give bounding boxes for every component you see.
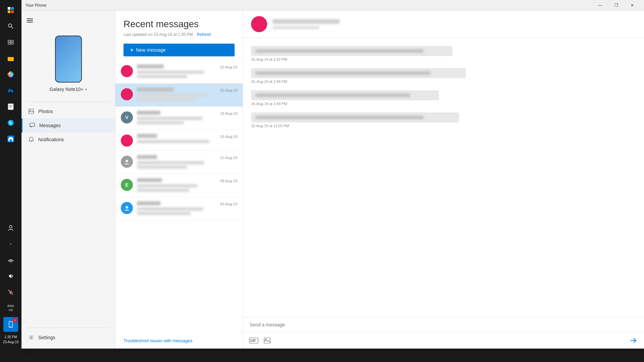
bottom-divider bbox=[27, 327, 110, 328]
phone-dropdown-chevron[interactable]: ▾ bbox=[85, 88, 87, 91]
svg-rect-2 bbox=[8, 40, 10, 42]
message-item[interactable]: V 19-Aug-19 bbox=[115, 107, 243, 130]
your-phone-icon[interactable]: 2 bbox=[3, 317, 18, 332]
skype-icon[interactable]: S bbox=[3, 115, 18, 130]
svg-rect-30 bbox=[30, 123, 35, 126]
contact-name bbox=[137, 155, 157, 159]
message-actions: GIF bbox=[243, 332, 644, 349]
close-button[interactable]: ✕ bbox=[625, 0, 640, 11]
gif-button[interactable]: GIF bbox=[248, 335, 259, 346]
sidebar-item-photos[interactable]: Photos bbox=[21, 104, 115, 118]
message-item[interactable]: 15-Aug-19 bbox=[115, 130, 243, 151]
conversation-message: 16-Aug-19 at 2:48 PM bbox=[251, 68, 636, 84]
message-content: 22-Aug-19 bbox=[137, 88, 237, 102]
people-icon[interactable] bbox=[3, 220, 18, 235]
nav-divider bbox=[27, 101, 110, 102]
windows-logo-icon bbox=[8, 7, 14, 13]
message-bubble bbox=[251, 112, 459, 122]
conversation-footer: GIF bbox=[243, 317, 644, 349]
svg-rect-7 bbox=[8, 57, 10, 58]
language-indicator[interactable]: ENG US bbox=[3, 301, 18, 316]
nav-panel: Galaxy Note10+ ▾ Photos bbox=[21, 11, 115, 349]
phone-image bbox=[55, 36, 82, 83]
notifications-label: Notifications bbox=[38, 137, 64, 142]
language-text: ENG US bbox=[7, 304, 14, 312]
contact-name bbox=[137, 134, 157, 138]
minimize-button[interactable]: — bbox=[592, 0, 608, 11]
volume-icon[interactable] bbox=[3, 269, 18, 283]
maximize-button[interactable]: ❐ bbox=[608, 0, 624, 11]
message-text bbox=[256, 49, 424, 53]
message-preview2 bbox=[137, 121, 184, 124]
message-date: 15-Aug-19 bbox=[220, 135, 237, 139]
conversation-name bbox=[273, 19, 340, 24]
photos-label: Photos bbox=[38, 109, 53, 114]
new-message-button[interactable]: + New message bbox=[123, 44, 235, 56]
mute-icon[interactable]: 🔇 bbox=[3, 285, 18, 300]
svg-point-23 bbox=[10, 262, 11, 263]
photoshop-icon[interactable]: Ps bbox=[3, 83, 18, 98]
svg-rect-13 bbox=[8, 104, 13, 110]
svg-rect-21 bbox=[10, 139, 12, 141]
notification-badge: 2 bbox=[13, 318, 17, 322]
contact-name bbox=[137, 178, 162, 182]
message-preview2 bbox=[137, 75, 187, 78]
message-preview2 bbox=[137, 189, 189, 192]
message-item[interactable]: 22-Aug-19 bbox=[115, 60, 243, 84]
hamburger-menu[interactable] bbox=[21, 15, 115, 26]
app-title: Your Phone bbox=[26, 3, 46, 8]
last-updated-text: Last updated on 23-Aug-19 at 1:35 PM bbox=[123, 32, 193, 37]
app-window: Your Phone — ❐ ✕ Galaxy Note10+ ▾ bbox=[21, 0, 644, 349]
explorer-icon[interactable] bbox=[3, 51, 18, 66]
start-button[interactable] bbox=[3, 3, 18, 17]
sidebar-item-notifications[interactable]: Notifications bbox=[21, 133, 115, 147]
store-icon[interactable] bbox=[3, 132, 18, 146]
message-date: 09-Aug-19 bbox=[220, 179, 237, 183]
messages-label: Messages bbox=[39, 123, 61, 128]
message-preview bbox=[137, 117, 202, 120]
search-icon[interactable] bbox=[3, 19, 18, 34]
notifications-icon bbox=[28, 137, 34, 143]
message-date: 03-Aug-19 bbox=[220, 202, 237, 206]
message-item[interactable]: 03-Aug-19 bbox=[115, 197, 243, 220]
message-item[interactable]: 22-Aug-19 bbox=[115, 84, 243, 107]
notepad-icon[interactable] bbox=[3, 99, 18, 114]
image-button[interactable] bbox=[262, 335, 273, 346]
expand-icon[interactable]: › bbox=[3, 237, 18, 251]
message-date: 22-Aug-19 bbox=[220, 65, 237, 69]
message-preview bbox=[137, 140, 209, 143]
sidebar-item-messages[interactable]: Messages bbox=[21, 118, 115, 133]
send-button[interactable] bbox=[628, 335, 639, 346]
message-input[interactable] bbox=[243, 317, 644, 332]
message-bubble bbox=[251, 90, 439, 100]
troubleshoot-link[interactable]: Troubleshoot issues with messages bbox=[115, 333, 243, 349]
message-item[interactable]: 11-Aug-19 bbox=[115, 151, 243, 174]
message-preview bbox=[137, 94, 207, 97]
svg-rect-4 bbox=[8, 43, 10, 44]
messages-header: Recent messages Last updated on 23-Aug-1… bbox=[115, 11, 243, 41]
contact-name bbox=[137, 64, 164, 68]
avatar: E bbox=[121, 179, 133, 191]
avatar bbox=[121, 202, 133, 214]
message-item[interactable]: E 09-Aug-19 bbox=[115, 174, 243, 197]
settings-label: Settings bbox=[38, 335, 55, 340]
phone-name: Galaxy Note10+ bbox=[50, 87, 84, 92]
message-preview2 bbox=[137, 212, 191, 215]
settings-item[interactable]: Settings bbox=[21, 330, 115, 345]
conversation-header bbox=[243, 11, 644, 38]
os-taskbar: Ps S bbox=[0, 0, 21, 349]
phone-display: Galaxy Note10+ ▾ bbox=[21, 29, 115, 99]
taskview-icon[interactable] bbox=[3, 35, 18, 50]
message-bubble bbox=[251, 68, 466, 78]
refresh-link[interactable]: Refresh bbox=[197, 32, 211, 37]
svg-point-22 bbox=[9, 225, 12, 228]
svg-text:Ps: Ps bbox=[8, 89, 13, 93]
message-text bbox=[256, 94, 410, 97]
message-preview bbox=[137, 161, 204, 164]
messages-subtitle: Last updated on 23-Aug-19 at 1:35 PM Ref… bbox=[123, 32, 235, 37]
messages-icon bbox=[29, 122, 35, 128]
message-date: 11-Aug-19 bbox=[220, 156, 237, 160]
message-content: 03-Aug-19 bbox=[137, 201, 237, 216]
chrome-icon[interactable] bbox=[3, 67, 18, 82]
network-icon[interactable] bbox=[3, 253, 18, 267]
